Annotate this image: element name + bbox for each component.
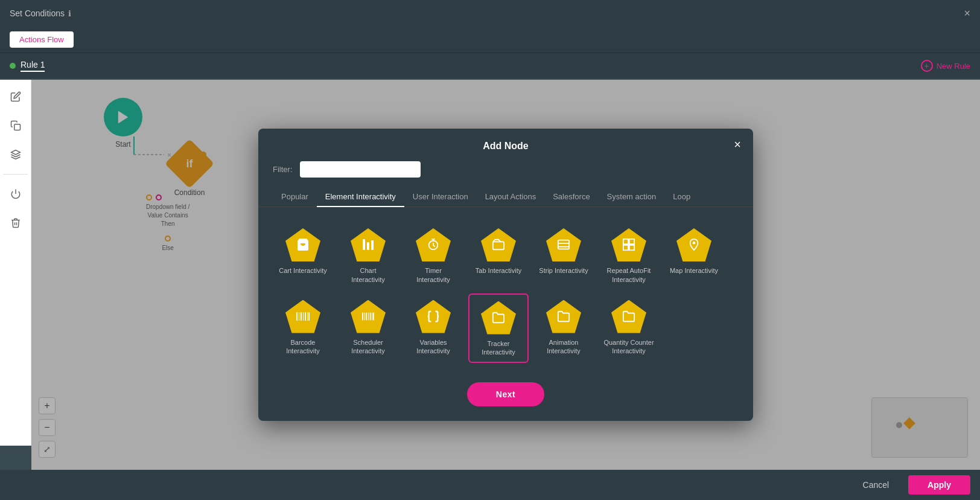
quantity-label: Quantity Counter Interactivity xyxy=(603,338,654,356)
node-repeat-autofit-interactivity[interactable]: Repeat AutoFit Interactivity xyxy=(599,222,659,289)
modal-overlay: Add Node × Filter: Popular Element Inter… xyxy=(31,80,980,470)
node-strip-interactivity[interactable]: Strip Interactivity xyxy=(533,222,594,289)
node-map-interactivity[interactable]: Map Interactivity xyxy=(664,222,724,289)
scheduler-pentagon xyxy=(351,300,386,333)
chart-icon-wrapper xyxy=(349,226,387,263)
svg-rect-28 xyxy=(308,312,310,321)
svg-rect-24 xyxy=(301,312,302,321)
svg-rect-10 xyxy=(367,242,369,250)
cart-pentagon xyxy=(285,228,320,261)
modal-close-button[interactable]: × xyxy=(734,138,741,150)
cart-icon-wrapper xyxy=(284,226,322,263)
node-tracker-interactivity[interactable]: Tracker Interactivity xyxy=(468,293,529,363)
modal-tabs: Popular Element Interactivity User Inter… xyxy=(258,187,753,207)
tab-loop[interactable]: Loop xyxy=(664,187,699,207)
window-close-button[interactable]: × xyxy=(964,8,970,19)
next-button[interactable]: Next xyxy=(467,382,544,406)
svg-rect-29 xyxy=(362,313,363,321)
map-pentagon xyxy=(676,228,711,261)
node-timer-interactivity[interactable]: Timer Interactivity xyxy=(403,222,463,289)
rule-indicator xyxy=(10,63,16,69)
node-scheduler-interactivity[interactable]: Scheduler Interactivity xyxy=(338,293,398,363)
timer-label: Timer Interactivity xyxy=(408,266,459,284)
svg-rect-33 xyxy=(370,313,371,321)
node-variables-interactivity[interactable]: Variables Interactivity xyxy=(403,293,463,363)
modal-header: Add Node × xyxy=(258,129,753,161)
edit-icon[interactable] xyxy=(6,87,25,106)
svg-rect-23 xyxy=(299,312,299,321)
svg-rect-14 xyxy=(558,240,569,249)
barcode-label: Barcode Interactivity xyxy=(278,338,328,356)
filter-row: Filter: xyxy=(258,161,753,187)
apply-button[interactable]: Apply xyxy=(908,475,970,495)
tab-user-interaction[interactable]: User Interaction xyxy=(404,187,477,207)
svg-rect-34 xyxy=(372,313,372,321)
chart-pentagon xyxy=(351,228,386,261)
svg-rect-22 xyxy=(296,312,298,321)
node-animation-interactivity[interactable]: Animation Interactivity xyxy=(533,293,594,363)
node-barcode-interactivity[interactable]: Barcode Interactivity xyxy=(273,293,333,363)
tab-popular[interactable]: Popular xyxy=(273,187,317,207)
tab-icon-wrapper xyxy=(479,226,518,263)
filter-input[interactable] xyxy=(300,161,421,178)
modal-title: Add Node xyxy=(483,141,529,152)
actions-flow-tab[interactable]: Actions Flow xyxy=(10,31,74,48)
svg-rect-25 xyxy=(303,312,304,321)
strip-pentagon xyxy=(546,228,581,261)
new-rule-label: New Rule xyxy=(937,62,970,71)
svg-rect-26 xyxy=(305,312,306,321)
add-node-modal: Add Node × Filter: Popular Element Inter… xyxy=(258,129,753,420)
window-title: Set Conditions xyxy=(10,8,65,18)
trash-icon[interactable] xyxy=(6,213,25,232)
svg-rect-11 xyxy=(371,240,374,250)
quantity-pentagon xyxy=(611,300,646,333)
svg-rect-32 xyxy=(368,313,369,321)
tab-pentagon xyxy=(481,228,516,261)
svg-rect-18 xyxy=(629,239,634,244)
timer-pentagon xyxy=(416,228,451,261)
animation-label: Animation Interactivity xyxy=(538,338,589,356)
info-icon: ℹ xyxy=(68,9,71,18)
cancel-button[interactable]: Cancel xyxy=(851,475,902,495)
tracker-icon-wrapper xyxy=(479,300,518,336)
power-icon[interactable] xyxy=(6,184,25,204)
svg-rect-19 xyxy=(623,245,628,250)
variables-icon-wrapper xyxy=(414,298,453,335)
repeat-pentagon xyxy=(611,228,646,261)
rule-bar: Rule 1 + New Rule xyxy=(0,53,980,80)
strip-icon-wrapper xyxy=(544,226,583,263)
left-toolbar xyxy=(0,80,31,446)
modal-footer: Next xyxy=(258,373,753,421)
svg-rect-27 xyxy=(307,312,308,321)
node-tab-interactivity[interactable]: Tab Interactivity xyxy=(468,222,529,289)
svg-rect-17 xyxy=(623,239,628,244)
rule-title: Rule 1 xyxy=(21,60,45,72)
layers-icon[interactable] xyxy=(6,145,25,164)
tab-layout-actions[interactable]: Layout Actions xyxy=(477,187,545,207)
node-cart-interactivity[interactable]: Cart Interactivity xyxy=(273,222,333,289)
tab-system-action[interactable]: System action xyxy=(599,187,665,207)
bottom-bar: Cancel Apply xyxy=(0,470,980,500)
tab-bar: Actions Flow xyxy=(0,27,980,53)
node-grid: Cart Interactivity Chart Interactivity xyxy=(258,207,753,372)
svg-marker-1 xyxy=(11,150,20,155)
tab-element-interactivity[interactable]: Element Interactivity xyxy=(317,187,404,207)
map-label: Map Interactivity xyxy=(670,266,718,275)
new-rule-button[interactable]: + New Rule xyxy=(921,60,970,72)
svg-rect-20 xyxy=(629,245,634,250)
main-area: × Start if Condition Dropdown xyxy=(0,80,980,470)
filter-label: Filter: xyxy=(273,165,293,174)
copy-icon[interactable] xyxy=(6,116,25,135)
top-bar: Set Conditions ℹ × xyxy=(0,0,980,27)
svg-rect-9 xyxy=(363,239,365,250)
barcode-pentagon xyxy=(285,300,320,333)
scheduler-label: Scheduler Interactivity xyxy=(343,338,393,356)
svg-rect-31 xyxy=(366,313,367,321)
node-chart-interactivity[interactable]: Chart Interactivity xyxy=(338,222,398,289)
repeat-label: Repeat AutoFit Interactivity xyxy=(603,266,654,284)
scheduler-icon-wrapper xyxy=(349,298,387,335)
canvas: × Start if Condition Dropdown xyxy=(31,80,980,470)
node-quantity-counter-interactivity[interactable]: Quantity Counter Interactivity xyxy=(599,293,659,363)
tab-salesforce[interactable]: Salesforce xyxy=(544,187,598,207)
barcode-icon-wrapper xyxy=(284,298,322,335)
